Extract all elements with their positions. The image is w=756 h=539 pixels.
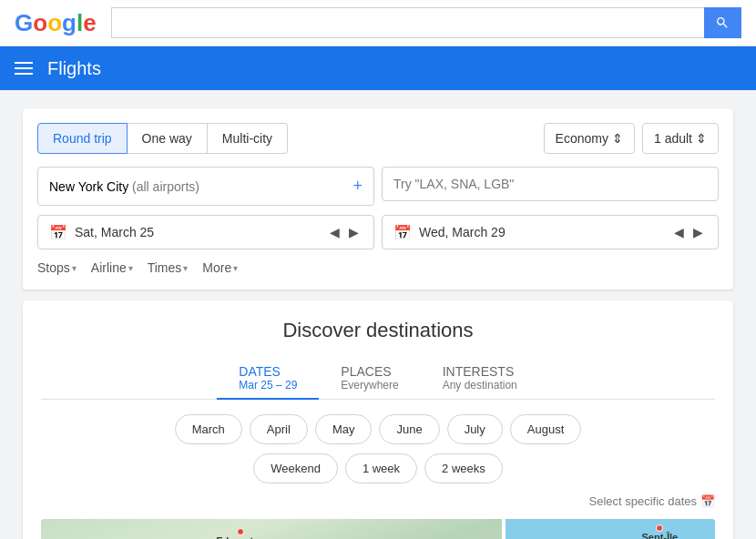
trip-type-row: Round trip One way Multi-city Economy ⇕ … bbox=[37, 123, 719, 154]
filter-row: Stops ▾ Airline ▾ Times ▾ More ▾ bbox=[37, 260, 719, 275]
logo-e: e bbox=[83, 9, 96, 37]
discover-section: Discover destinations DATES Mar 25 – 29 … bbox=[23, 300, 733, 539]
nav-bar: Flights bbox=[0, 46, 756, 90]
stops-arrow-icon: ▾ bbox=[72, 263, 77, 273]
map-pin-edmonton[interactable]: Edmonton bbox=[216, 528, 265, 539]
discover-title: Discover destinations bbox=[41, 319, 715, 342]
search-box: Round trip One way Multi-city Economy ⇕ … bbox=[23, 108, 733, 290]
add-location-icon[interactable]: + bbox=[352, 177, 363, 196]
right-controls: Economy ⇕ 1 adult ⇕ bbox=[544, 123, 719, 154]
search-icon bbox=[715, 15, 730, 30]
tab-places[interactable]: PLACES Everywhere bbox=[319, 357, 420, 399]
discover-tabs: DATES Mar 25 – 29 PLACES Everywhere INTE… bbox=[41, 357, 715, 400]
calendar-icon-return: 📅 bbox=[393, 224, 412, 241]
month-june[interactable]: June bbox=[379, 414, 439, 444]
search-input[interactable] bbox=[111, 7, 704, 38]
departure-date-field[interactable]: 📅 Sat, March 25 ◀ ▶ bbox=[37, 215, 374, 249]
return-date-nav: ◀ ▶ bbox=[670, 223, 707, 241]
tab-interests[interactable]: INTERESTS Any destination bbox=[421, 357, 539, 399]
map-pin-sept-ile[interactable]: Sept-Île bbox=[642, 524, 679, 539]
prev-departure-date-button[interactable]: ◀ bbox=[326, 223, 343, 241]
menu-icon[interactable] bbox=[15, 62, 33, 75]
stops-filter[interactable]: Stops ▾ bbox=[37, 260, 77, 275]
logo-g2: g bbox=[62, 9, 77, 37]
more-filter[interactable]: More ▾ bbox=[202, 260, 238, 275]
map-left: Edmonton Winnipeg Seattle bbox=[41, 519, 502, 539]
to-field[interactable] bbox=[382, 167, 719, 201]
return-date-field[interactable]: 📅 Wed, March 29 ◀ ▶ bbox=[382, 215, 719, 249]
tab-dates[interactable]: DATES Mar 25 – 29 bbox=[217, 357, 319, 399]
month-august[interactable]: August bbox=[510, 414, 581, 444]
from-field[interactable]: New York City (all airports) + bbox=[37, 167, 374, 206]
next-departure-date-button[interactable]: ▶ bbox=[345, 223, 363, 241]
one-way-button[interactable]: One way bbox=[128, 123, 208, 154]
from-field-wrap: New York City (all airports) + bbox=[37, 167, 374, 206]
duration-weekend[interactable]: Weekend bbox=[253, 453, 338, 483]
month-may[interactable]: May bbox=[315, 414, 373, 444]
search-button[interactable] bbox=[704, 7, 741, 38]
month-row: March April May June July August bbox=[41, 414, 715, 444]
month-march[interactable]: March bbox=[175, 414, 242, 444]
duration-1week[interactable]: 1 week bbox=[345, 453, 417, 483]
google-logo: Google bbox=[15, 9, 97, 37]
date-row: 📅 Sat, March 25 ◀ ▶ 📅 Wed, March 29 ◀ ▶ bbox=[37, 215, 719, 249]
times-arrow-icon: ▾ bbox=[183, 263, 188, 273]
departure-date-nav: ◀ ▶ bbox=[326, 223, 363, 241]
logo-o1: o bbox=[33, 9, 47, 37]
prev-return-date-button[interactable]: ◀ bbox=[670, 223, 688, 241]
multi-city-button[interactable]: Multi-city bbox=[208, 123, 288, 154]
passengers-select[interactable]: 1 adult ⇕ bbox=[642, 123, 719, 154]
nav-title: Flights bbox=[47, 58, 101, 79]
search-bar bbox=[111, 7, 741, 38]
airline-arrow-icon: ▾ bbox=[128, 263, 133, 273]
duration-row: Weekend 1 week 2 weeks bbox=[41, 453, 715, 483]
map-right: Sept-Île bbox=[506, 519, 715, 539]
times-filter[interactable]: Times ▾ bbox=[148, 260, 189, 275]
trip-buttons: Round trip One way Multi-city bbox=[37, 123, 288, 154]
duration-2weeks[interactable]: 2 weeks bbox=[424, 453, 503, 483]
airline-filter[interactable]: Airline ▾ bbox=[91, 260, 133, 275]
next-return-date-button[interactable]: ▶ bbox=[690, 223, 707, 241]
select-dates-calendar-icon: 📅 bbox=[700, 494, 715, 508]
logo-g: G bbox=[15, 9, 33, 37]
month-april[interactable]: April bbox=[250, 414, 308, 444]
round-trip-button[interactable]: Round trip bbox=[37, 123, 128, 154]
header: Google bbox=[0, 0, 756, 46]
select-dates-row: Select specific dates 📅 bbox=[41, 494, 715, 508]
calendar-icon-departure: 📅 bbox=[49, 224, 67, 241]
to-input[interactable] bbox=[393, 177, 707, 191]
more-arrow-icon: ▾ bbox=[233, 263, 238, 273]
main-content: Round trip One way Multi-city Economy ⇕ … bbox=[0, 90, 756, 539]
month-july[interactable]: July bbox=[447, 414, 503, 444]
logo-o2: o bbox=[47, 9, 62, 37]
map-container: Edmonton Winnipeg Seattle bbox=[41, 519, 715, 539]
fields-row: New York City (all airports) + bbox=[37, 167, 719, 206]
cabin-select[interactable]: Economy ⇕ bbox=[544, 123, 635, 154]
logo-l: l bbox=[77, 9, 83, 37]
to-field-wrap bbox=[382, 167, 719, 206]
